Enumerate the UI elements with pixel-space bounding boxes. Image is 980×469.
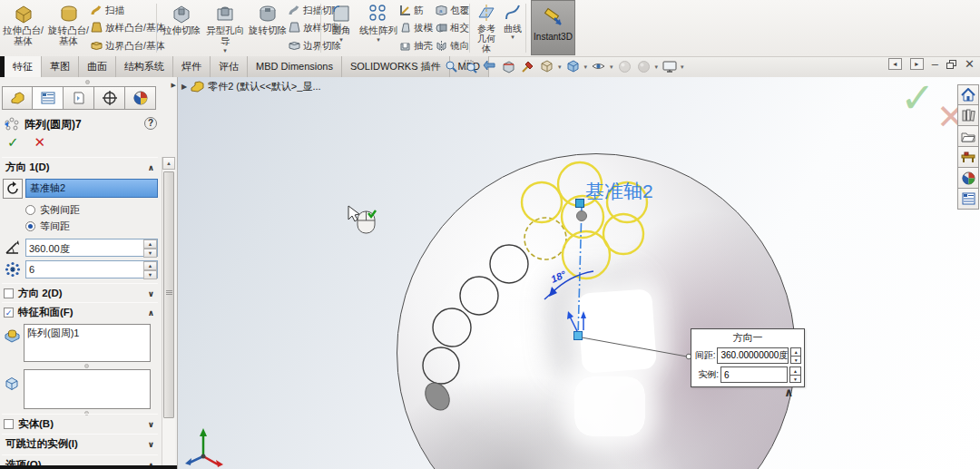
axis-top-handle[interactable] (576, 200, 584, 208)
spin-up-button[interactable]: ▲ (143, 261, 157, 270)
datum-axis-label[interactable]: 基准轴2 (585, 179, 653, 204)
listbox-resize-handle[interactable] (84, 364, 89, 368)
sketch-snaps-button[interactable] (518, 57, 537, 76)
dropdown-arrow-icon[interactable]: ▾ (511, 34, 514, 40)
confirmation-ok-button[interactable]: ✓ (900, 77, 936, 122)
equal-spacing-radio[interactable]: 等间距 (25, 220, 70, 233)
dropdown-arrow-icon[interactable]: ▾ (377, 37, 380, 43)
panel-scrollbar[interactable]: ▲ (162, 157, 175, 469)
resources-home-button[interactable] (957, 84, 979, 105)
tab-weldments[interactable]: 焊件 (173, 56, 211, 77)
spin-up-button[interactable]: ▲ (790, 367, 800, 376)
chevron-down-icon[interactable]: ∨ (148, 289, 154, 298)
ambient-occlusion-button[interactable] (634, 57, 653, 76)
swept-boss-button[interactable]: 扫描 (91, 2, 124, 19)
edge-feature-circle[interactable] (420, 378, 454, 415)
spin-down-button[interactable]: ▼ (143, 249, 157, 258)
spin-down-button[interactable]: ▼ (791, 357, 800, 364)
dropdown-arrow-icon[interactable]: ▾ (584, 64, 588, 71)
existing-feature-circles[interactable] (423, 245, 528, 384)
dropdown-arrow-icon[interactable]: ▾ (681, 64, 684, 71)
features-list-box[interactable]: 阵列(圆周)1 (24, 324, 151, 362)
spin-down-button[interactable]: ▼ (143, 270, 157, 279)
tab-solidworks-addins[interactable]: SOLIDWORKS 插件 (342, 56, 450, 77)
wrap-button[interactable]: a 包覆 (436, 2, 469, 19)
revolved-boss-button[interactable]: 旋转凸台/基体 (47, 1, 90, 55)
intersect-button[interactable]: 相交 (436, 19, 469, 36)
appearances-button[interactable] (957, 168, 979, 189)
dropdown-arrow-icon[interactable]: ▾ (610, 64, 613, 71)
dropdown-arrow-icon[interactable]: ▾ (655, 64, 659, 71)
tab-structure-system[interactable]: 结构系统 (116, 56, 173, 77)
datum-axis-line[interactable] (578, 207, 582, 337)
dropdown-arrow-icon[interactable]: ▾ (223, 48, 227, 54)
view-palette-button[interactable] (957, 147, 979, 168)
faces-list-box[interactable] (24, 369, 151, 409)
instant3d-button[interactable]: Instant3D (531, 0, 575, 55)
angle-value[interactable]: 360.00度 (26, 239, 143, 256)
spin-down-button[interactable]: ▼ (790, 376, 800, 383)
ok-button[interactable]: ✓ (7, 134, 19, 151)
bodies-header[interactable]: 实体(B) ∨ (0, 415, 160, 433)
spin-up-button[interactable]: ▲ (791, 348, 800, 357)
checkbox-checked[interactable]: ✓ (4, 308, 14, 318)
previous-view-button[interactable] (480, 57, 499, 76)
dropdown-arrow-icon[interactable]: ▾ (558, 64, 562, 71)
fillet-button[interactable]: 圆角 ▾ (325, 1, 358, 55)
tab-sketch[interactable]: 草图 (42, 56, 79, 77)
cancel-button[interactable]: ✕ (34, 134, 46, 151)
chevron-up-icon[interactable]: ∧ (148, 308, 154, 318)
tab-property-manager[interactable] (33, 86, 64, 110)
direction1-header[interactable]: 方向 1(D) ∧ (0, 159, 160, 176)
lofted-boss-button[interactable]: 放样凸台/基体 (91, 19, 165, 36)
close-button[interactable]: ✕ (965, 58, 975, 70)
spin-up-button[interactable]: ▲ (143, 239, 157, 249)
feature-circle[interactable] (460, 277, 498, 315)
axis-point[interactable] (577, 211, 587, 221)
extruded-boss-button[interactable]: 拉伸凸台/基体 (2, 1, 44, 55)
axis-bottom-handle[interactable] (574, 332, 583, 340)
revolved-cut-button[interactable]: 旋转切除 (249, 1, 287, 55)
callout-collapse-button[interactable]: ∧ (784, 386, 794, 399)
zoom-fit-button[interactable] (442, 57, 461, 76)
restore-button[interactable] (946, 60, 956, 69)
feature-circle[interactable] (490, 245, 528, 283)
extruded-cut-button[interactable]: 拉伸切除 (162, 1, 201, 55)
tab-feature-manager[interactable] (2, 86, 33, 110)
chevron-up-icon[interactable]: ∧ (148, 163, 154, 172)
shell-button[interactable]: 抽壳 (399, 37, 433, 54)
tab-display-manager[interactable] (125, 86, 156, 110)
tab-dimxpert-manager[interactable] (94, 86, 125, 110)
scrollbar-up-button[interactable]: ▲ (162, 157, 175, 170)
pane-left-button[interactable]: ◂ (888, 58, 902, 70)
linear-pattern-button[interactable]: 线性阵列 ▾ (359, 1, 397, 55)
custom-properties-button[interactable] (957, 189, 979, 210)
chevron-down-icon[interactable]: ∨ (148, 440, 154, 449)
instances-to-skip-header[interactable]: 可跳过的实例(I) ∨ (0, 435, 160, 453)
pane-right-button[interactable]: ▸ (910, 58, 924, 70)
tab-features[interactable]: 特征 (5, 56, 42, 77)
instances-value[interactable]: 6 (721, 370, 787, 380)
realview-graphics-button[interactable] (615, 57, 634, 76)
features-faces-header[interactable]: ✓ 特征和面(F) ∧ (0, 304, 160, 321)
apply-scene-button[interactable] (537, 57, 556, 76)
curves-button[interactable]: 曲线 ▾ (501, 1, 524, 55)
feature-circle[interactable] (433, 308, 471, 347)
seed-feature-dashed-circle[interactable] (524, 218, 566, 259)
tab-surfaces[interactable]: 曲面 (79, 56, 116, 77)
scrollbar-thumb[interactable] (163, 171, 174, 418)
section-view-button[interactable] (499, 57, 518, 76)
hide-show-items-button[interactable] (589, 57, 608, 76)
file-explorer-button[interactable] (957, 126, 979, 147)
draft-button[interactable]: 拔模 (399, 19, 433, 36)
chevron-down-icon[interactable]: ∨ (148, 420, 154, 429)
instance-spacing-radio[interactable]: 实例间距 (25, 203, 80, 217)
flyout-expand-icon[interactable]: ▶ (172, 82, 176, 89)
panel-grab-handle[interactable] (85, 80, 90, 84)
feature-circle[interactable] (423, 347, 459, 384)
hole-wizard-button[interactable]: 异型孔向导 ▾ (203, 1, 247, 55)
view-settings-button[interactable] (660, 57, 679, 76)
checkbox-unchecked[interactable] (4, 288, 14, 298)
minimize-button[interactable]: – (932, 58, 938, 70)
tab-configuration-manager[interactable] (64, 86, 94, 110)
